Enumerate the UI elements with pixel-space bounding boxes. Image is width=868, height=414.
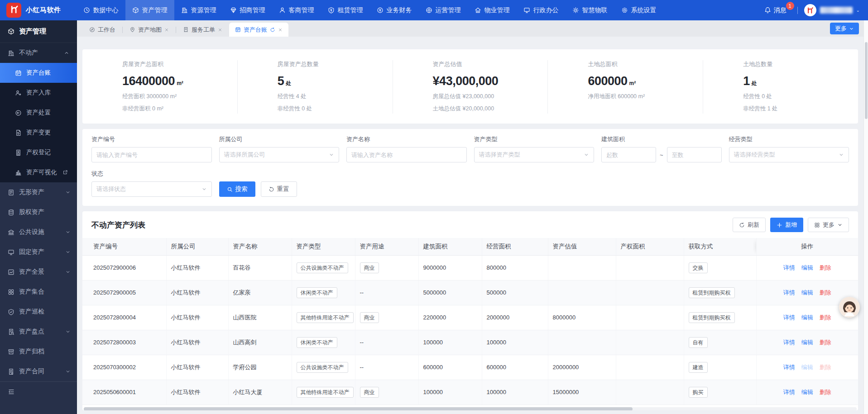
detail-link[interactable]: 详情: [783, 364, 795, 371]
vertical-scrollbar-thumb[interactable]: [865, 42, 868, 119]
sidebar-item-2[interactable]: 资产处置: [0, 103, 77, 123]
detail-link[interactable]: 详情: [783, 264, 795, 271]
sidebar-item-4[interactable]: 产权登记: [0, 143, 77, 162]
sidebar-item-lower-9[interactable]: 资产合同: [0, 362, 77, 381]
tag: 商业: [360, 387, 379, 398]
tab-2[interactable]: 服务工单: [177, 23, 228, 37]
nav-item-1[interactable]: 资产管理: [125, 0, 174, 20]
refresh-icon: [739, 222, 745, 228]
cell-asset-type: 休闲类不动产: [292, 330, 355, 355]
chevron-down-icon: [837, 222, 843, 228]
column-header-2: 资产名称: [228, 238, 292, 255]
sidebar-item-lower-3[interactable]: 固定资产: [0, 242, 77, 262]
sidebar-item-lower-6[interactable]: 资产巡检: [0, 302, 77, 322]
close-tab-icon[interactable]: [218, 28, 222, 32]
nav-item-7[interactable]: 运营管理: [419, 0, 468, 20]
sidebar-item-3[interactable]: 资产变更: [0, 123, 77, 143]
refresh-button[interactable]: 刷新: [733, 218, 766, 232]
detail-link[interactable]: 详情: [783, 389, 795, 395]
chart-cols-icon: [15, 169, 22, 176]
asset-code-input[interactable]: [96, 152, 207, 158]
close-tab-icon[interactable]: [164, 28, 169, 32]
sidebar-item-lower-7[interactable]: 资产盘点: [0, 322, 77, 342]
delete-link[interactable]: 删除: [820, 364, 831, 371]
sidebar-item-lower-1[interactable]: 股权资产: [0, 202, 77, 222]
status-select[interactable]: 请选择状态: [91, 181, 212, 197]
sidebar-item-0[interactable]: 资产台账: [0, 63, 77, 83]
edit-link[interactable]: 编辑: [801, 314, 813, 321]
nav-item-10[interactable]: 智慧物联: [566, 0, 614, 20]
tag: 其他特殊用途不动产: [297, 312, 354, 323]
reset-button[interactable]: 重置: [261, 181, 297, 197]
close-tab-icon[interactable]: [278, 28, 283, 32]
messages-button[interactable]: 消息 1: [764, 6, 786, 14]
cell-build-area: 2200000: [418, 305, 482, 330]
nav-item-2[interactable]: 资源管理: [174, 0, 223, 20]
tabs-more-button[interactable]: 更多: [830, 23, 859, 34]
detail-link[interactable]: 详情: [783, 339, 795, 346]
refresh-tab-icon[interactable]: [270, 27, 275, 33]
tab-0[interactable]: 工作台: [83, 23, 121, 37]
edit-link[interactable]: 编辑: [801, 339, 813, 346]
sidebar-item-lower-4[interactable]: 资产全景: [0, 262, 77, 282]
user-menu[interactable]: ⌄: [804, 4, 860, 16]
tab-3[interactable]: 资产台账: [229, 23, 288, 37]
detail-link[interactable]: 详情: [783, 289, 795, 296]
column-header-7: 资产估值: [548, 238, 616, 255]
filter-asset-name: 资产名称: [346, 135, 467, 162]
edit-link[interactable]: 编辑: [801, 364, 813, 371]
nav-item-4[interactable]: 客商管理: [272, 0, 321, 20]
company-select[interactable]: 请选择所属公司: [219, 147, 340, 162]
horizontal-scrollbar[interactable]: [84, 407, 857, 411]
asset-name-input[interactable]: [351, 152, 462, 158]
sidebar-lower: 无形资产股权资产公共设施固定资产资产全景资产集合资产巡检资产盘点资产归档资产合同: [0, 182, 77, 381]
edit-link[interactable]: 编辑: [801, 389, 813, 395]
sidebar-item-lower-0[interactable]: 无形资产: [0, 182, 77, 202]
sidebar-item-lower-5[interactable]: 资产集合: [0, 282, 77, 302]
sidebar-item-1[interactable]: 资产入库: [0, 83, 77, 103]
sidebar-item-5[interactable]: 资产可视化: [0, 162, 77, 182]
monitor-icon: [523, 7, 530, 14]
cell-build-area: 100000: [418, 380, 482, 404]
delete-link[interactable]: 删除: [820, 389, 831, 395]
delete-link[interactable]: 删除: [820, 289, 831, 296]
delete-link[interactable]: 删除: [820, 339, 831, 346]
asset-list-header: 不动产资产列表 刷新 新增: [82, 211, 858, 238]
search-button[interactable]: 搜索: [219, 181, 255, 197]
horizontal-scrollbar-thumb[interactable]: [84, 407, 633, 411]
nav-item-5[interactable]: 租赁管理: [321, 0, 370, 20]
area-from-input[interactable]: [606, 152, 651, 158]
add-button[interactable]: 新增: [770, 218, 803, 232]
collapse-sidebar-icon[interactable]: [8, 388, 15, 397]
cell-prop-area: [616, 330, 684, 355]
nav-item-9[interactable]: 行政办公: [517, 0, 566, 20]
bank-icon: [8, 229, 14, 236]
cell-prop-area: [616, 280, 684, 305]
nav-item-6[interactable]: 业务财务: [370, 0, 419, 20]
assistant-avatar[interactable]: [839, 297, 860, 318]
nav-item-8[interactable]: 物业管理: [468, 0, 517, 20]
nav-item-0[interactable]: 数据中心: [77, 0, 125, 20]
sidebar: 资产管理 不动产资产台账资产入库资产处置资产变更产权登记资产可视化无形资产股权资…: [0, 20, 77, 414]
delete-link[interactable]: 删除: [820, 314, 831, 321]
more-button[interactable]: 更多: [808, 218, 849, 232]
sidebar-group-realestate[interactable]: 不动产: [0, 43, 77, 63]
operation-type-select[interactable]: 请选择经营类型: [729, 147, 849, 162]
nav-item-11[interactable]: 系统设置: [614, 0, 663, 20]
edit-link[interactable]: 编辑: [801, 289, 813, 296]
bell-icon: [764, 7, 771, 14]
delete-link[interactable]: 删除: [820, 264, 831, 271]
sidebar-item-lower-2[interactable]: 公共设施: [0, 222, 77, 242]
sidebar-item-lower-8[interactable]: 资产归档: [0, 342, 77, 362]
vertical-scrollbar[interactable]: [863, 20, 868, 414]
area-to-input[interactable]: [672, 152, 717, 158]
edit-link[interactable]: 编辑: [801, 264, 813, 271]
nav-item-3[interactable]: 招商管理: [223, 0, 272, 20]
app-logo[interactable]: [6, 3, 21, 18]
cell-company: 小红马软件: [166, 255, 228, 280]
tag: 休闲类不动产: [297, 287, 337, 298]
detail-link[interactable]: 详情: [783, 314, 795, 321]
column-header-10: 操作: [756, 238, 858, 255]
asset-type-select[interactable]: 请选择资产类型: [474, 147, 595, 162]
tab-1[interactable]: 资产地图: [124, 23, 175, 37]
